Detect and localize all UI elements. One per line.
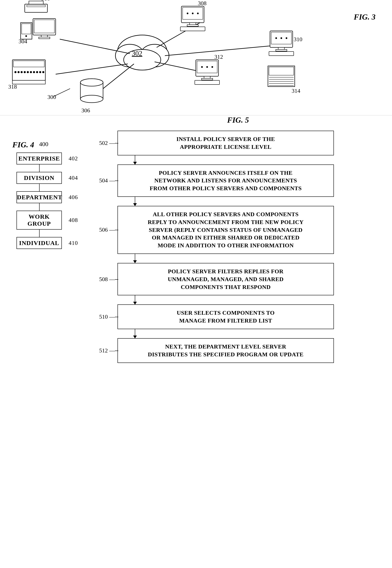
svg-rect-43 [182,7,203,19]
hierarchy-box-department: DEPARTMENT 406 [16,191,62,203]
svg-rect-47 [190,23,196,25]
svg-rect-15 [34,20,55,33]
num-402: 402 [69,155,78,162]
svg-point-1 [115,44,144,67]
step-num-510: 510 — [99,314,117,320]
svg-text:312: 312 [214,54,223,60]
arrow-506-508 [135,254,135,263]
svg-rect-57 [276,49,287,51]
arrow-508-510 [135,295,135,305]
svg-rect-35 [12,80,45,84]
num-410: 410 [69,240,78,246]
svg-rect-48 [187,25,198,26]
fig45-area: FIG. 4 400 ENTERPRISE 402 DIVISION 404 D… [0,115,392,568]
svg-text:318: 318 [8,83,17,90]
svg-rect-56 [278,47,284,49]
svg-point-40 [80,79,103,86]
svg-rect-60 [268,66,295,86]
svg-point-33 [39,71,41,73]
svg-rect-73 [204,76,210,78]
svg-point-30 [30,71,32,73]
fig4-title: FIG. 4 [12,140,34,149]
svg-line-6 [103,64,134,89]
flow-row-502: 502 — INSTALL POLICY SERVER OF THE APPRO… [99,131,377,155]
svg-point-25 [14,71,16,73]
svg-point-3 [124,49,161,70]
svg-text:300: 300 [47,94,56,100]
svg-point-2 [140,44,169,67]
svg-point-0 [117,35,167,68]
svg-point-45 [192,13,194,14]
flow-row-506: 506 — ALL OTHER POLICY SERVERS AND COMPO… [99,206,377,254]
flow-box-502: INSTALL POLICY SERVER OF THE APPROPRIATE… [117,131,334,155]
step-num-508: 508 — [99,276,117,283]
svg-rect-24 [14,61,44,67]
svg-line-10 [56,64,128,74]
svg-point-32 [36,71,38,73]
svg-rect-19 [25,4,47,12]
svg-line-9 [154,62,208,73]
svg-point-53 [275,37,277,39]
step-num-512: 512 — [99,347,117,354]
svg-point-26 [17,71,20,73]
num-404: 404 [69,175,78,181]
svg-point-72 [211,66,213,68]
num-406: 406 [69,194,78,201]
fig3-svg: 302 304 [0,0,392,115]
svg-text:304: 304 [19,38,27,44]
arrow-510-512 [135,329,135,338]
svg-text:314: 314 [292,88,300,94]
svg-text:302: 302 [132,49,142,57]
hierarchy-box-enterprise: ENTERPRISE 402 [16,152,62,165]
svg-point-44 [187,13,188,14]
svg-text:306: 306 [81,107,90,113]
svg-rect-52 [271,32,292,44]
svg-rect-75 [195,80,220,84]
svg-rect-38 [80,83,103,99]
svg-text:316: 316 [41,0,50,2]
fig3-diagram: FIG. 3 302 [0,0,392,115]
svg-rect-23 [12,60,45,80]
svg-rect-11 [21,23,32,39]
svg-point-29 [27,71,29,73]
svg-point-55 [286,37,287,39]
hierarchy-box-individual: INDIVIDUAL 410 [16,237,62,249]
flow-row-504: 504 — POLICY SERVER ANNOUNCES ITSELF ON … [99,165,377,197]
flow-row-512: 512 — NEXT, THE DEPARTMENT LEVEL SERVER … [99,338,377,363]
flow-row-508: 508 — POLICY SERVER FILTERS REPLIES FOR … [99,263,377,295]
arrow-502-504 [135,155,135,165]
fig5-diagram: FIG. 5 502 — INSTALL POLICY SERVER OF TH… [99,115,377,363]
svg-rect-14 [33,19,56,35]
flow-box-508: POLICY SERVER FILTERS REPLIES FOR UNMANA… [117,263,334,295]
svg-point-54 [280,37,282,39]
svg-text:308: 308 [198,0,207,6]
svg-point-37 [80,79,103,86]
flow-box-506: ALL OTHER POLICY SERVERS AND COMPONENTS … [117,206,334,254]
svg-rect-69 [197,61,217,73]
svg-rect-12 [22,24,31,34]
flow-box-512: NEXT, THE DEPARTMENT LEVEL SERVER DISTRI… [117,338,334,363]
hierarchy-box-workgroup: WORK GROUP 408 [16,211,62,230]
fig3-title: FIG. 3 [354,12,376,21]
svg-rect-16 [41,35,47,37]
arrow-504-506 [135,197,135,206]
step-num-504: 504 — [99,177,117,184]
step-num-506: 506 — [99,226,117,233]
svg-line-7 [157,23,200,47]
svg-rect-51 [270,31,293,47]
svg-point-13 [25,35,27,37]
svg-line-78 [54,89,70,97]
flow-box-504: POLICY SERVER ANNOUNCES ITSELF ON THE NE… [117,165,334,197]
svg-line-8 [165,45,276,56]
svg-rect-17 [39,37,50,39]
flow-box-510: USER SELECTS COMPONENTS TO MANAGE FROM F… [117,305,334,329]
svg-point-34 [42,71,44,73]
svg-line-5 [60,39,130,54]
svg-rect-49 [180,27,205,31]
svg-point-70 [201,66,203,68]
num-408: 408 [69,217,78,223]
svg-rect-61 [269,67,294,75]
svg-point-31 [33,71,35,73]
flow-row-510: 510 — USER SELECTS COMPONENTS TO MANAGE … [99,305,377,329]
svg-rect-20 [27,5,45,7]
